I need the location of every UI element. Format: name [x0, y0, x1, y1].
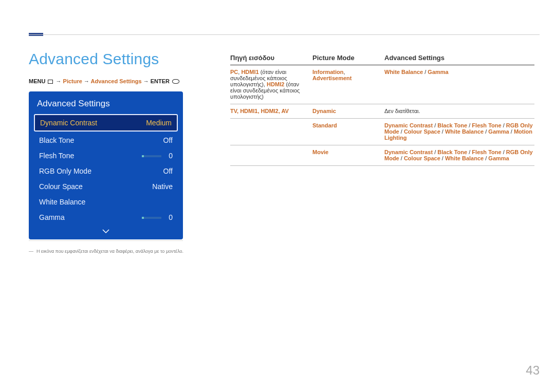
- text: /: [467, 149, 472, 155]
- table-header-advanced: Advanced Settings: [384, 54, 534, 62]
- text: /: [509, 128, 514, 135]
- cell-source: [230, 122, 312, 141]
- chevron-down-icon[interactable]: [34, 225, 178, 236]
- header-rule: [29, 34, 540, 35]
- footnote-text: Η εικόνα που εμφανίζεται ενδέχεται να δι…: [36, 249, 183, 254]
- osd-label: Colour Space: [39, 182, 83, 191]
- text: Advertisement: [312, 75, 351, 81]
- text: /: [433, 149, 437, 155]
- cell-advanced: Dynamic Contrast / Black Tone / Flesh To…: [384, 149, 534, 161]
- page-title: Advanced Settings: [29, 50, 159, 68]
- cell-advanced: Dynamic Contrast / Black Tone / Flesh To…: [384, 122, 534, 141]
- footnote-dash: ―: [29, 249, 33, 254]
- osd-value: Medium: [146, 119, 172, 127]
- table-header-mode: Picture Mode: [312, 54, 384, 62]
- slider-icon: [142, 217, 161, 219]
- text: Dynamic Contrast: [384, 122, 433, 128]
- table-row: TV, HDMI1, HDMI2, AV Dynamic Δεν διατίθε…: [230, 104, 534, 119]
- osd-row-gamma[interactable]: Gamma 0: [34, 210, 178, 225]
- breadcrumb: MENU → Picture → Advanced Settings → ENT…: [29, 78, 180, 84]
- osd-label: Dynamic Contrast: [40, 119, 97, 127]
- table-row: PC, HDMI1 (όταν είναι συνδεδεμένος κάποι…: [230, 65, 534, 104]
- text: Gamma: [488, 128, 509, 135]
- menu-icon: [48, 80, 53, 84]
- breadcrumb-enter: ENTER: [151, 78, 170, 84]
- cell-source: [230, 149, 312, 161]
- breadcrumb-picture: Picture: [63, 78, 82, 84]
- text: Dynamic Contrast: [384, 149, 433, 155]
- text: Information: [312, 69, 344, 75]
- table-row: Movie Dynamic Contrast / Black Tone / Fl…: [230, 145, 534, 166]
- osd-label: Gamma: [39, 213, 65, 221]
- osd-panel: Advanced Settings Dynamic Contrast Mediu…: [29, 91, 183, 239]
- cell-mode: Standard: [312, 122, 337, 128]
- cell-mode: Information,Advertisement: [312, 69, 384, 100]
- breadcrumb-arrow-3: →: [143, 78, 149, 84]
- cell-source: PC, HDMI1 (όταν είναι συνδεδεμένος κάποι…: [230, 69, 312, 100]
- text: Colour Space: [404, 155, 440, 161]
- text: /: [399, 155, 404, 161]
- osd-row-flesh-tone[interactable]: Flesh Tone 0: [34, 148, 178, 163]
- text: /: [484, 128, 488, 135]
- text: White Balance: [445, 155, 484, 161]
- osd-row-white-balance[interactable]: White Balance: [34, 194, 178, 210]
- page-number: 43: [526, 363, 540, 378]
- text: ,: [344, 69, 345, 75]
- text: /: [440, 128, 445, 135]
- note-separator: [29, 240, 183, 241]
- breadcrumb-arrow-2: →: [84, 78, 89, 84]
- osd-label: White Balance: [39, 198, 85, 206]
- osd-label: RGB Only Mode: [39, 167, 91, 175]
- text: PC: [230, 69, 238, 75]
- osd-value: Off: [163, 167, 173, 175]
- text: /: [423, 69, 428, 75]
- text: /: [502, 122, 506, 128]
- text: Black Tone: [437, 122, 467, 128]
- table-header-source: Πηγή εισόδου: [230, 54, 312, 62]
- osd-row-black-tone[interactable]: Black Tone Off: [34, 133, 178, 148]
- osd-row-rgb-only[interactable]: RGB Only Mode Off: [34, 163, 178, 179]
- text: White Balance: [445, 128, 484, 135]
- text: Gamma: [488, 155, 509, 161]
- osd-row-colour-space[interactable]: Colour Space Native: [34, 179, 178, 194]
- breadcrumb-advanced: Advanced Settings: [91, 78, 142, 84]
- text: Black Tone: [437, 149, 467, 155]
- osd-value: 0: [169, 213, 173, 221]
- text: /: [484, 155, 488, 161]
- settings-table: Πηγή εισόδου Picture Mode Advanced Setti…: [230, 54, 534, 166]
- text: Flesh Tone: [472, 149, 501, 155]
- cell-mode: Movie: [312, 149, 328, 155]
- osd-value-wrap: 0: [142, 152, 173, 160]
- text: /: [399, 128, 404, 135]
- slider-icon: [142, 155, 161, 157]
- cell-advanced: Δεν διατίθεται.: [384, 108, 420, 114]
- footnote: ―Η εικόνα που εμφανίζεται ενδέχεται να δ…: [29, 249, 183, 254]
- cell-source: TV, HDMI1, HDMI2, AV: [230, 108, 289, 114]
- text: /: [440, 155, 445, 161]
- cell-advanced: White Balance / Gamma: [384, 69, 534, 100]
- text: White Balance: [384, 69, 423, 75]
- text: /: [467, 122, 472, 128]
- breadcrumb-arrow-1: →: [56, 78, 62, 84]
- osd-label: Flesh Tone: [39, 152, 74, 160]
- osd-value-wrap: 0: [142, 213, 173, 221]
- text: HDMI2: [267, 81, 284, 87]
- text: HDMI1: [241, 69, 258, 75]
- text: Gamma: [428, 69, 448, 75]
- osd-row-dynamic-contrast[interactable]: Dynamic Contrast Medium: [34, 114, 178, 132]
- enter-icon: [172, 79, 179, 84]
- cell-mode: Dynamic: [312, 108, 336, 114]
- table-head: Πηγή εισόδου Picture Mode Advanced Setti…: [230, 54, 534, 65]
- osd-value: Off: [163, 136, 173, 144]
- table-row: Standard Dynamic Contrast / Black Tone /…: [230, 119, 534, 145]
- osd-title: Advanced Settings: [34, 97, 178, 114]
- text: /: [502, 149, 506, 155]
- osd-value: 0: [169, 152, 173, 160]
- text: Flesh Tone: [472, 122, 501, 128]
- breadcrumb-menu: MENU: [29, 78, 45, 84]
- osd-label: Black Tone: [39, 136, 74, 144]
- text: Colour Space: [404, 128, 440, 135]
- text: /: [433, 122, 437, 128]
- osd-value: Native: [152, 182, 173, 191]
